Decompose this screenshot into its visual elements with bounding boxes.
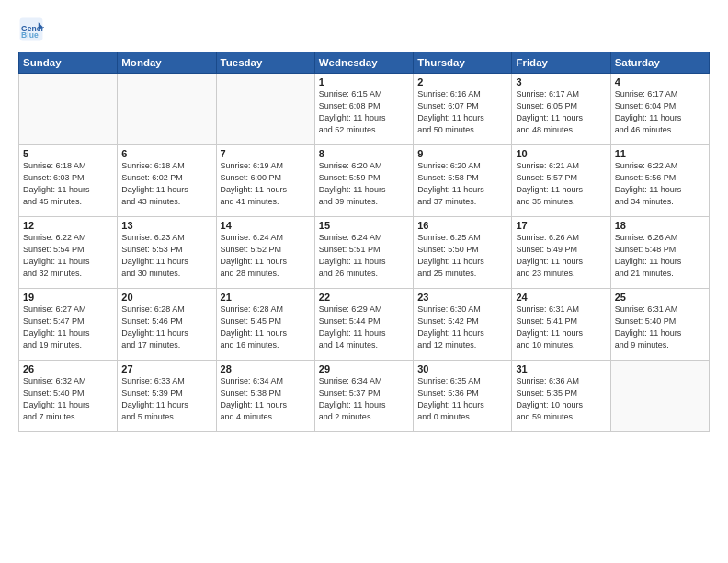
day-number: 23 <box>417 292 507 303</box>
cell-info: Sunrise: 6:31 AMSunset: 5:40 PMDaylight:… <box>615 304 705 351</box>
calendar-cell: 19Sunrise: 6:27 AMSunset: 5:47 PMDayligh… <box>19 289 118 361</box>
week-row-2: 5Sunrise: 6:18 AMSunset: 6:03 PMDaylight… <box>19 145 710 217</box>
calendar-cell: 5Sunrise: 6:18 AMSunset: 6:03 PMDaylight… <box>19 145 118 217</box>
calendar-cell: 6Sunrise: 6:18 AMSunset: 6:02 PMDaylight… <box>118 145 216 217</box>
cell-info: Sunrise: 6:17 AMSunset: 6:04 PMDaylight:… <box>615 88 705 136</box>
calendar-cell: 14Sunrise: 6:24 AMSunset: 5:52 PMDayligh… <box>216 217 314 289</box>
calendar: SundayMondayTuesdayWednesdayThursdayFrid… <box>18 52 710 432</box>
calendar-cell: 28Sunrise: 6:34 AMSunset: 5:38 PMDayligh… <box>216 361 314 432</box>
cell-info: Sunrise: 6:30 AMSunset: 5:42 PMDaylight:… <box>417 304 507 351</box>
day-number: 12 <box>23 220 113 231</box>
day-number: 13 <box>121 220 211 231</box>
day-number: 21 <box>221 292 311 303</box>
cell-info: Sunrise: 6:23 AMSunset: 5:53 PMDaylight:… <box>121 232 211 280</box>
col-header-monday: Monday <box>118 52 216 74</box>
day-number: 18 <box>615 220 705 231</box>
day-number: 26 <box>23 363 113 374</box>
cell-info: Sunrise: 6:15 AMSunset: 6:08 PMDaylight:… <box>319 88 409 136</box>
calendar-cell: 13Sunrise: 6:23 AMSunset: 5:53 PMDayligh… <box>118 217 216 289</box>
cell-info: Sunrise: 6:29 AMSunset: 5:44 PMDaylight:… <box>319 304 409 351</box>
day-number: 5 <box>23 148 113 159</box>
day-number: 31 <box>516 363 606 374</box>
calendar-cell: 9Sunrise: 6:20 AMSunset: 5:58 PMDaylight… <box>414 145 512 217</box>
header: General Blue <box>18 17 710 42</box>
calendar-cell: 27Sunrise: 6:33 AMSunset: 5:39 PMDayligh… <box>118 361 216 432</box>
cell-info: Sunrise: 6:17 AMSunset: 6:05 PMDaylight:… <box>516 88 606 136</box>
day-number: 15 <box>319 220 409 231</box>
calendar-cell: 15Sunrise: 6:24 AMSunset: 5:51 PMDayligh… <box>314 217 413 289</box>
calendar-cell: 3Sunrise: 6:17 AMSunset: 6:05 PMDaylight… <box>512 74 610 145</box>
cell-info: Sunrise: 6:26 AMSunset: 5:49 PMDaylight:… <box>516 232 606 280</box>
day-number: 2 <box>417 76 507 87</box>
calendar-cell: 11Sunrise: 6:22 AMSunset: 5:56 PMDayligh… <box>610 145 709 217</box>
cell-info: Sunrise: 6:35 AMSunset: 5:36 PMDaylight:… <box>417 375 507 423</box>
calendar-cell: 25Sunrise: 6:31 AMSunset: 5:40 PMDayligh… <box>610 289 709 361</box>
day-number: 25 <box>615 292 705 303</box>
page: General Blue SundayMondayTuesdayWednesda… <box>0 0 728 563</box>
calendar-cell <box>610 361 709 432</box>
cell-info: Sunrise: 6:27 AMSunset: 5:47 PMDaylight:… <box>23 304 113 351</box>
week-row-4: 19Sunrise: 6:27 AMSunset: 5:47 PMDayligh… <box>19 289 710 361</box>
day-number: 7 <box>221 148 311 159</box>
calendar-cell: 26Sunrise: 6:32 AMSunset: 5:40 PMDayligh… <box>19 361 118 432</box>
calendar-cell: 31Sunrise: 6:36 AMSunset: 5:35 PMDayligh… <box>512 361 610 432</box>
calendar-cell: 18Sunrise: 6:26 AMSunset: 5:48 PMDayligh… <box>610 217 709 289</box>
cell-info: Sunrise: 6:24 AMSunset: 5:52 PMDaylight:… <box>221 232 311 280</box>
day-number: 4 <box>615 76 705 87</box>
cell-info: Sunrise: 6:34 AMSunset: 5:38 PMDaylight:… <box>221 375 311 423</box>
cell-info: Sunrise: 6:20 AMSunset: 5:58 PMDaylight:… <box>417 160 507 208</box>
logo-icon: General Blue <box>18 17 44 42</box>
calendar-cell: 7Sunrise: 6:19 AMSunset: 6:00 PMDaylight… <box>216 145 314 217</box>
day-number: 27 <box>121 363 211 374</box>
calendar-cell: 29Sunrise: 6:34 AMSunset: 5:37 PMDayligh… <box>314 361 413 432</box>
cell-info: Sunrise: 6:33 AMSunset: 5:39 PMDaylight:… <box>121 375 211 423</box>
week-row-3: 12Sunrise: 6:22 AMSunset: 5:54 PMDayligh… <box>19 217 710 289</box>
day-number: 28 <box>221 363 311 374</box>
calendar-cell: 22Sunrise: 6:29 AMSunset: 5:44 PMDayligh… <box>314 289 413 361</box>
calendar-cell: 2Sunrise: 6:16 AMSunset: 6:07 PMDaylight… <box>414 74 512 145</box>
logo: General Blue <box>18 17 50 42</box>
day-number: 9 <box>417 148 507 159</box>
calendar-cell: 24Sunrise: 6:31 AMSunset: 5:41 PMDayligh… <box>512 289 610 361</box>
cell-info: Sunrise: 6:36 AMSunset: 5:35 PMDaylight:… <box>516 375 606 423</box>
calendar-cell: 12Sunrise: 6:22 AMSunset: 5:54 PMDayligh… <box>19 217 118 289</box>
day-number: 1 <box>319 76 409 87</box>
cell-info: Sunrise: 6:16 AMSunset: 6:07 PMDaylight:… <box>417 88 507 136</box>
calendar-header-row: SundayMondayTuesdayWednesdayThursdayFrid… <box>19 52 710 74</box>
cell-info: Sunrise: 6:32 AMSunset: 5:40 PMDaylight:… <box>23 375 113 423</box>
cell-info: Sunrise: 6:22 AMSunset: 5:54 PMDaylight:… <box>23 232 113 280</box>
cell-info: Sunrise: 6:18 AMSunset: 6:02 PMDaylight:… <box>121 160 211 208</box>
cell-info: Sunrise: 6:34 AMSunset: 5:37 PMDaylight:… <box>319 375 409 423</box>
day-number: 8 <box>319 148 409 159</box>
cell-info: Sunrise: 6:25 AMSunset: 5:50 PMDaylight:… <box>417 232 507 280</box>
cell-info: Sunrise: 6:18 AMSunset: 6:03 PMDaylight:… <box>23 160 113 208</box>
cell-info: Sunrise: 6:22 AMSunset: 5:56 PMDaylight:… <box>615 160 705 208</box>
calendar-cell: 10Sunrise: 6:21 AMSunset: 5:57 PMDayligh… <box>512 145 610 217</box>
week-row-1: 1Sunrise: 6:15 AMSunset: 6:08 PMDaylight… <box>19 74 710 145</box>
day-number: 11 <box>615 148 705 159</box>
col-header-saturday: Saturday <box>610 52 709 74</box>
cell-info: Sunrise: 6:21 AMSunset: 5:57 PMDaylight:… <box>516 160 606 208</box>
day-number: 10 <box>516 148 606 159</box>
calendar-cell: 20Sunrise: 6:28 AMSunset: 5:46 PMDayligh… <box>118 289 216 361</box>
day-number: 3 <box>516 76 606 87</box>
day-number: 16 <box>417 220 507 231</box>
calendar-cell <box>19 74 118 145</box>
col-header-wednesday: Wednesday <box>314 52 413 74</box>
day-number: 19 <box>23 292 113 303</box>
day-number: 29 <box>319 363 409 374</box>
calendar-cell: 16Sunrise: 6:25 AMSunset: 5:50 PMDayligh… <box>414 217 512 289</box>
col-header-sunday: Sunday <box>19 52 118 74</box>
calendar-cell: 4Sunrise: 6:17 AMSunset: 6:04 PMDaylight… <box>610 74 709 145</box>
day-number: 14 <box>221 220 311 231</box>
col-header-friday: Friday <box>512 52 610 74</box>
cell-info: Sunrise: 6:31 AMSunset: 5:41 PMDaylight:… <box>516 304 606 351</box>
day-number: 30 <box>417 363 507 374</box>
calendar-cell <box>118 74 216 145</box>
cell-info: Sunrise: 6:28 AMSunset: 5:45 PMDaylight:… <box>221 304 311 351</box>
day-number: 6 <box>121 148 211 159</box>
calendar-cell: 30Sunrise: 6:35 AMSunset: 5:36 PMDayligh… <box>414 361 512 432</box>
calendar-cell: 23Sunrise: 6:30 AMSunset: 5:42 PMDayligh… <box>414 289 512 361</box>
cell-info: Sunrise: 6:19 AMSunset: 6:00 PMDaylight:… <box>221 160 311 208</box>
col-header-tuesday: Tuesday <box>216 52 314 74</box>
